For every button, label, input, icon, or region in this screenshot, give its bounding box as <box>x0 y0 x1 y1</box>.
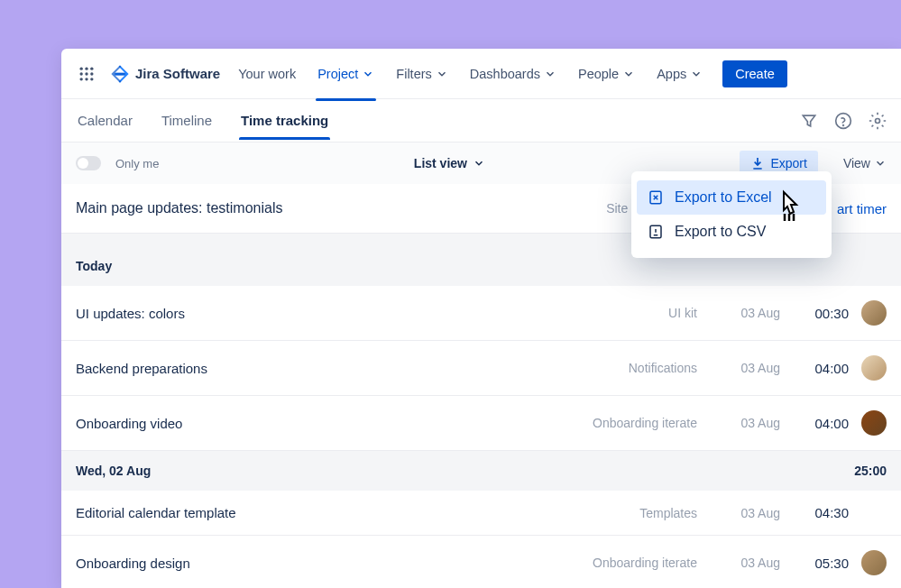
nav-people[interactable]: People <box>569 61 644 87</box>
chevron-down-icon <box>874 157 887 170</box>
list-view-selector[interactable]: List view <box>414 156 485 170</box>
nav-project[interactable]: Project <box>308 61 383 87</box>
entry-category: Notifications <box>629 361 697 375</box>
tab-time-tracking[interactable]: Time tracking <box>239 102 330 139</box>
time-entry-row[interactable]: Onboarding designOnboarding iterate03 Au… <box>61 536 901 588</box>
entry-duration: 04:00 <box>780 361 849 376</box>
app-switcher-icon[interactable] <box>72 60 101 88</box>
chevron-down-icon <box>690 68 703 80</box>
current-task-title: Main page updates: testimonials <box>76 200 282 216</box>
entry-date: 03 Aug <box>697 416 780 430</box>
time-entry-row[interactable]: UI updates: colorsUI kit03 Aug00:30 <box>61 286 901 341</box>
svg-point-0 <box>80 67 83 69</box>
create-button[interactable]: Create <box>722 60 787 87</box>
settings-icon[interactable] <box>869 112 887 130</box>
download-icon <box>750 156 765 170</box>
entry-title: Editorial calendar template <box>76 505 236 520</box>
filter-icon[interactable] <box>800 112 818 130</box>
entry-title: UI updates: colors <box>76 306 185 321</box>
entry-title: Backend preparations <box>76 361 207 376</box>
entry-category: Templates <box>639 506 697 520</box>
user-avatar[interactable] <box>861 410 887 436</box>
chevron-down-icon <box>622 68 635 80</box>
help-icon[interactable] <box>834 112 852 130</box>
svg-point-11 <box>876 118 880 123</box>
csv-icon <box>648 224 664 240</box>
export-excel-option[interactable]: Export to Excel <box>637 180 826 215</box>
chevron-down-icon <box>544 68 556 80</box>
entry-title: Onboarding video <box>76 416 182 431</box>
svg-point-10 <box>843 124 844 125</box>
entry-duration: 05:30 <box>780 556 849 571</box>
svg-point-3 <box>80 72 83 75</box>
entry-duration: 04:30 <box>780 505 849 520</box>
export-csv-option[interactable]: Export to CSV <box>637 215 826 249</box>
svg-point-1 <box>85 67 87 69</box>
excel-icon <box>648 189 664 206</box>
entry-duration: 00:30 <box>780 306 849 321</box>
section-label: Wed, 02 Aug <box>76 464 151 478</box>
nav-apps[interactable]: Apps <box>648 61 712 87</box>
export-dropdown: Export to Excel Export to CSV <box>631 171 832 258</box>
tab-timeline[interactable]: Timeline <box>160 102 214 139</box>
svg-point-4 <box>85 72 87 75</box>
entry-category: UI kit <box>668 306 697 320</box>
time-entry-row[interactable]: Backend preparationsNotifications03 Aug0… <box>61 341 901 396</box>
entry-category: Onboarding iterate <box>593 416 697 430</box>
svg-point-6 <box>80 78 83 80</box>
nav-dashboards[interactable]: Dashboards <box>461 61 565 87</box>
svg-point-5 <box>90 72 93 75</box>
chevron-down-icon <box>436 68 448 80</box>
entry-date: 03 Aug <box>697 556 780 570</box>
view-selector[interactable]: View <box>843 156 887 170</box>
sub-tabs: Calendar Timeline Time tracking <box>61 99 901 142</box>
jira-icon <box>110 64 130 84</box>
top-nav: Jira Software Your work Project Filters … <box>61 49 901 99</box>
svg-point-8 <box>90 78 93 80</box>
entry-date: 03 Aug <box>697 361 780 375</box>
time-entry-row[interactable]: Editorial calendar templateTemplates03 A… <box>61 491 901 536</box>
svg-point-2 <box>90 67 93 69</box>
section-label: Today <box>76 259 112 273</box>
only-me-label: Only me <box>115 157 159 170</box>
svg-point-7 <box>85 78 87 80</box>
entry-date: 03 Aug <box>697 306 780 320</box>
time-entry-row[interactable]: Onboarding videoOnboarding iterate03 Aug… <box>61 396 901 451</box>
user-avatar[interactable] <box>861 550 887 575</box>
nav-your-work[interactable]: Your work <box>229 61 305 87</box>
app-window: Jira Software Your work Project Filters … <box>61 49 901 588</box>
entry-date: 03 Aug <box>697 506 780 520</box>
section-header: Wed, 02 Aug25:00 <box>61 451 901 491</box>
section-total: 25:00 <box>854 464 887 478</box>
entry-category: Onboarding iterate <box>593 556 697 570</box>
brand-logo[interactable]: Jira Software <box>105 64 225 84</box>
user-avatar[interactable] <box>861 300 887 326</box>
start-timer-link[interactable]: art timer <box>837 201 887 216</box>
entry-title: Onboarding design <box>76 556 190 571</box>
entry-duration: 04:00 <box>780 416 849 431</box>
chevron-down-icon <box>473 157 485 170</box>
user-avatar[interactable] <box>861 355 887 381</box>
only-me-toggle[interactable] <box>76 156 101 170</box>
nav-filters[interactable]: Filters <box>387 61 456 87</box>
tab-calendar[interactable]: Calendar <box>76 102 134 139</box>
brand-text: Jira Software <box>135 66 220 81</box>
chevron-down-icon <box>362 68 374 80</box>
